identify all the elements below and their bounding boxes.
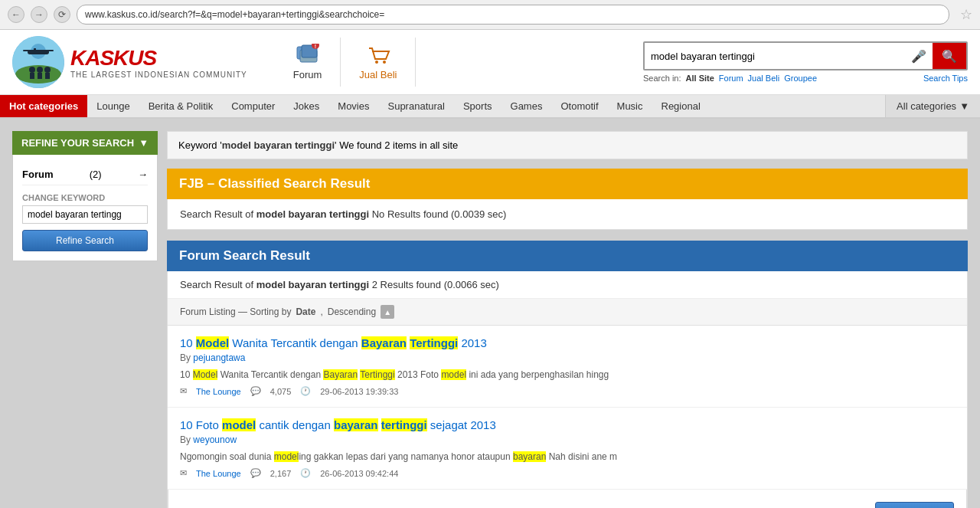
cat-regional[interactable]: Regional: [652, 95, 710, 117]
result-preview-2: Ngomongin soal dunia modeling gakkan lep…: [180, 450, 955, 464]
cat-all-categories[interactable]: All categories ▼: [885, 95, 980, 117]
cat-berita-politik[interactable]: Berita & Politik: [139, 95, 223, 117]
tag-icon-2: ✉: [180, 468, 187, 478]
tag-icon-1: ✉: [180, 386, 187, 396]
list-item: 10 Model Wanita Tercantik dengan Bayaran…: [168, 326, 967, 408]
svg-rect-11: [45, 73, 50, 79]
result-by-1: By pejuangtawa: [180, 352, 955, 363]
kaskus-brand-text: KASKUS: [70, 46, 247, 70]
cat-lounge[interactable]: Lounge: [87, 95, 139, 117]
comment-icon-1: 💬: [250, 386, 261, 396]
result-preview-1: 10 Model Wanita Tercantik dengan Bayaran…: [180, 368, 955, 382]
view-more-button[interactable]: View More: [875, 502, 954, 508]
result-meta-1: ✉ The Lounge 💬 4,075 🕐 29-06-2013 19:39:…: [180, 386, 955, 396]
sort-direction: Descending: [328, 306, 376, 317]
cat-otomotif[interactable]: Otomotif: [551, 95, 607, 117]
search-option-allsite[interactable]: All Site: [686, 74, 714, 83]
svg-rect-5: [23, 50, 54, 51]
sort-toggle-button[interactable]: ▲: [381, 305, 394, 319]
refresh-button[interactable]: ⟳: [54, 6, 70, 23]
search-option-groupee[interactable]: Groupee: [784, 74, 817, 83]
cat-games[interactable]: Games: [501, 95, 552, 117]
logo-circle: [12, 36, 64, 88]
cat-music[interactable]: Music: [608, 95, 652, 117]
forum-icon: !: [293, 44, 322, 69]
svg-point-18: [383, 61, 386, 64]
fjb-keyword: model bayaran tertinggi: [256, 208, 369, 220]
search-option-forum[interactable]: Forum: [719, 74, 743, 83]
highlight-model-2: model: [222, 418, 256, 431]
forum-sort-bar: Forum Listing — Sorting by Date , Descen…: [168, 299, 967, 326]
search-options: Search in: All Site Forum Jual Beli Grou…: [643, 74, 968, 83]
view-more-row: View More: [168, 490, 967, 508]
cat-hot-categories[interactable]: Hot categories: [0, 95, 87, 117]
keyword-input[interactable]: [22, 205, 148, 224]
preview-highlight-model-1: Model: [193, 369, 218, 380]
forum-label: Forum: [22, 169, 53, 180]
search-option-jualbeli[interactable]: Jual Beli: [748, 74, 780, 83]
chevron-down-icon: ▼: [959, 100, 969, 112]
refine-search-button[interactable]: Refine Search: [22, 230, 148, 251]
highlight-model-1: Model: [196, 336, 229, 349]
result-author-link-1[interactable]: pejuangtawa: [193, 352, 245, 363]
result-title-link-1[interactable]: 10 Model Wanita Tercantik dengan Bayaran…: [180, 336, 487, 349]
fjb-section: FJB – Classified Search Result Search Re…: [167, 169, 968, 230]
search-area: 🎤 🔍 Search in: All Site Forum Jual Beli …: [643, 41, 968, 83]
preview-highlight-tertinggi-1: Tertinggi: [360, 369, 394, 380]
svg-point-6: [29, 67, 35, 73]
bookmark-icon: ☆: [960, 6, 972, 23]
preview-highlight-model2-1: model: [441, 369, 466, 380]
svg-rect-9: [38, 73, 42, 79]
fjb-body: Search Result of model bayaran tertinggi…: [167, 199, 968, 230]
comment-count-2: 2,167: [270, 469, 292, 478]
cat-sports[interactable]: Sports: [454, 95, 501, 117]
back-button[interactable]: ←: [8, 6, 24, 23]
highlight-bayaran-2: bayaran: [334, 418, 378, 431]
comment-icon-2: 💬: [250, 468, 261, 478]
fjb-suffix: No Results found (0.0039 sec): [369, 208, 506, 220]
sidebar-content: Forum (2) → CHANGE KEYWORD Refine Search: [12, 155, 158, 261]
forum-search-info: Search Result of model bayaran tertinggi…: [168, 271, 967, 299]
result-tag-link-1[interactable]: The Lounge: [196, 387, 241, 396]
svg-point-17: [375, 61, 378, 64]
category-nav: Hot categories Lounge Berita & Politik C…: [0, 95, 980, 119]
jualbeli-icon: [359, 44, 397, 69]
search-button[interactable]: 🔍: [933, 43, 966, 69]
all-categories-label: All categories: [897, 100, 956, 112]
cat-supranatural[interactable]: Supranatural: [378, 95, 453, 117]
kaskus-logo: KASKUS THE LARGEST INDONESIAN COMMUNITY: [70, 46, 247, 79]
site-header: KASKUS THE LARGEST INDONESIAN COMMUNITY …: [0, 30, 980, 95]
url-bar[interactable]: [77, 5, 949, 25]
sidebar: REFINE YOUR SEARCH ▼ Forum (2) → CHANGE …: [12, 131, 158, 508]
sort-comma: ,: [320, 306, 322, 317]
result-title-link-2[interactable]: 10 Foto model cantik dengan bayaran tert…: [180, 418, 496, 431]
tab-forum[interactable]: ! Forum: [275, 38, 341, 87]
result-date-1: 29-06-2013 19:39:33: [320, 387, 398, 396]
forum-search-section: Forum Search Result Search Result of mod…: [167, 241, 968, 508]
forward-button[interactable]: →: [31, 6, 47, 23]
highlight-tertinggi-1: Tertinggi: [410, 336, 458, 349]
search-in-label: Search in:: [643, 74, 681, 83]
cat-jokes[interactable]: Jokes: [284, 95, 328, 117]
refine-label: REFINE YOUR SEARCH: [21, 137, 134, 149]
kaskus-subtitle: THE LARGEST INDONESIAN COMMUNITY: [70, 70, 247, 79]
search-tips-link[interactable]: Search Tips: [923, 74, 968, 83]
tab-jualbeli[interactable]: Jual Beli: [341, 38, 416, 87]
result-title-2: 10 Foto model cantik dengan bayaran tert…: [180, 418, 955, 431]
result-meta-2: ✉ The Lounge 💬 2,167 🕐 26-06-2013 09:42:…: [180, 468, 955, 478]
list-item: 10 Foto model cantik dengan bayaran tert…: [168, 408, 967, 490]
preview-highlight-bayaran-2: bayaran: [513, 451, 546, 462]
forum-count: (2): [90, 169, 102, 180]
result-author-link-2[interactable]: weyounow: [193, 434, 237, 445]
sort-by: Date: [296, 306, 315, 317]
svg-point-10: [44, 67, 51, 73]
search-input[interactable]: [645, 43, 905, 69]
tab-jualbeli-label: Jual Beli: [359, 69, 397, 80]
microphone-icon[interactable]: 🎤: [905, 49, 933, 64]
change-keyword-label: CHANGE KEYWORD: [22, 193, 148, 202]
forum-search-header: Forum Search Result: [167, 241, 968, 271]
cat-movies[interactable]: Movies: [328, 95, 378, 117]
svg-text:!: !: [314, 44, 315, 49]
result-tag-link-2[interactable]: The Lounge: [196, 469, 241, 478]
cat-computer[interactable]: Computer: [222, 95, 284, 117]
